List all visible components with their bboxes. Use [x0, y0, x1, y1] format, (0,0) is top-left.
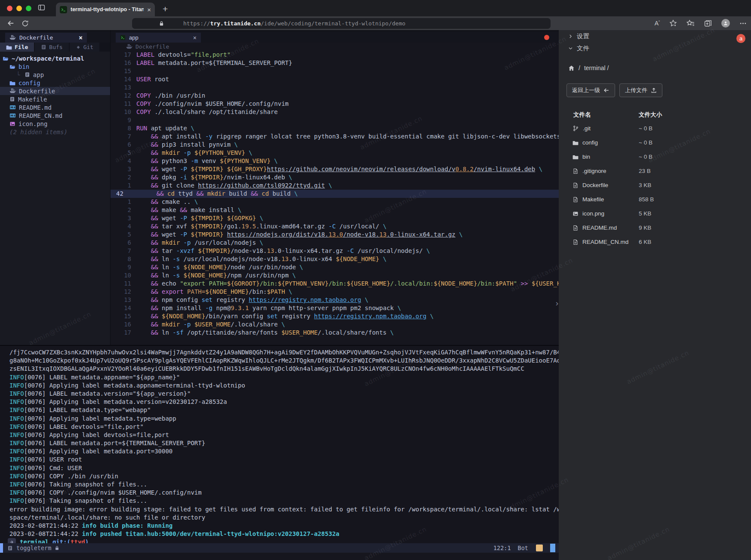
add-favorite-icon[interactable] — [669, 19, 677, 27]
refresh-icon[interactable] — [22, 20, 29, 27]
breadcrumb-path[interactable]: terminal / — [584, 65, 609, 71]
buffer-tab-dockerfile[interactable]: Dockerfile × — [5, 33, 87, 43]
account-badge[interactable]: a — [736, 34, 745, 43]
code-line[interactable]: 13 && npm config set registry https://re… — [111, 296, 559, 304]
panel-collapse-chevron-icon[interactable]: › — [556, 299, 558, 307]
file-row-readme-md[interactable]: README.md9 KB — [559, 221, 751, 235]
close-window-button[interactable] — [7, 6, 12, 11]
docker-whale-icon — [9, 34, 16, 41]
code-line[interactable]: 1 && git clone https://github.com/tsl092… — [111, 182, 559, 190]
home-icon[interactable] — [568, 65, 575, 71]
code-line[interactable]: 4 && tar xvf ${TMPDIR}/go1.19.5.linux-am… — [111, 222, 559, 231]
code-line[interactable]: 17LABEL devtools="file,port" — [111, 51, 559, 59]
sidebar-tab-file[interactable]: File — [0, 43, 34, 52]
line-number: 4 — [111, 157, 136, 165]
code-line[interactable]: 5 && wget -P ${TMPDIR} https://nodejs.or… — [111, 231, 559, 239]
collections-icon[interactable] — [704, 19, 712, 27]
tree-item-bin[interactable]: bin — [0, 62, 110, 71]
code-line[interactable]: 15 — [111, 67, 559, 75]
buffer-tab-app[interactable]: app × — [116, 33, 201, 43]
code-line[interactable]: 10 && ln -s ${NODE_HOME}/npm /usr/bin/np… — [111, 271, 559, 280]
file-row-bin[interactable]: bin~ 0 B — [559, 150, 751, 164]
code-line[interactable]: 15 && ${NODE_HOME}/bin/yarn config set r… — [111, 312, 559, 320]
url-scheme: https:// — [183, 20, 210, 27]
code-line[interactable]: 2 && make && make install \ — [111, 206, 559, 214]
reader-text-size-icon[interactable]: A” — [655, 20, 660, 27]
code-line[interactable]: 16 && mkdir -p $USER_HOME/.local/share \ — [111, 320, 559, 329]
back-icon[interactable] — [7, 19, 15, 27]
more-options-icon[interactable] — [739, 20, 747, 27]
sidebar-tab-git[interactable]: Git — [70, 43, 99, 52]
code-line[interactable]: 13 — [111, 83, 559, 92]
code-text: && mkdir -p $USER_HOME/.local/share \ — [136, 320, 559, 329]
code-line[interactable]: 8 && ln -s /usr/local/nodejs/node-v18.13… — [111, 255, 559, 263]
browser-tab[interactable]: terminal-ttyd-wlotnipo - Titanl × — [56, 3, 155, 16]
tree-item--2-hidden-items-[interactable]: (2 hidden items) — [0, 128, 110, 136]
new-tab-button[interactable]: + — [163, 4, 168, 14]
code-line[interactable]: 6 && mkdir -p /usr/local/nodejs \ — [111, 239, 559, 247]
tree-item-config[interactable]: config — [0, 79, 110, 87]
file-name: README.md — [582, 225, 617, 231]
buffer-tab-close-icon[interactable]: × — [79, 34, 83, 42]
address-bar[interactable]: https://try.titanide.cn/ide/web/coding/t… — [132, 18, 551, 29]
tree-item-dockerfile[interactable]: Dockerfile — [0, 87, 110, 95]
file-row-readme-cn-md[interactable]: README_CN.md6 KB — [559, 235, 751, 249]
code-line[interactable]: 12COPY ./bin /usr/bin — [111, 92, 559, 100]
buffer-tab-close-icon[interactable]: × — [193, 34, 197, 41]
code-line[interactable]: 17 && ln -sf /opt/titanide/share/fonts $… — [111, 329, 559, 337]
code-line[interactable]: 6 && pip3 install pynvim \ — [111, 141, 559, 149]
profile-avatar[interactable] — [721, 19, 730, 28]
code-line[interactable]: 11COPY ./config/nvim $USER_HOME/.config/… — [111, 100, 559, 108]
file-row-dockerfile[interactable]: Dockerfile3 KB — [559, 178, 751, 192]
settings-section-header[interactable]: 设置 — [559, 30, 751, 42]
code-line[interactable]: 10COPY ./.local/share /opt/titanide/shar… — [111, 108, 559, 116]
file-row-icon-png[interactable]: icon.png5 KB — [559, 206, 751, 221]
code-line[interactable]: 8RUN apt update \ — [111, 124, 559, 132]
code-line[interactable]: 12 && export PATH=${NODE_HOME}/bin:$PATH… — [111, 288, 559, 296]
code-line[interactable]: 4 && python3 -m venv ${PYTHON_VENV} \ — [111, 157, 559, 165]
code-line[interactable]: 14 && npm install -g npm@9.3.1 yarn cnpm… — [111, 304, 559, 312]
code-line[interactable]: 9 && ln -s ${NODE_HOME}/node /usr/bin/no… — [111, 263, 559, 271]
file-table-header: 文件名 文件大小 — [559, 108, 751, 121]
tree-item-readme-md[interactable]: README.md — [0, 103, 110, 111]
lock-icon[interactable] — [159, 21, 164, 26]
file-row-makefile[interactable]: Makefile858 B — [559, 192, 751, 206]
file-size: ~ 0 B — [639, 154, 653, 160]
code-line[interactable]: 14USER root — [111, 75, 559, 83]
file-row-config[interactable]: config~ 0 B — [559, 135, 751, 150]
tree-item-makefile[interactable]: Makefile — [0, 95, 110, 103]
tree-item-readme-cn-md[interactable]: README_CN.md — [0, 111, 110, 120]
code-line[interactable]: 3 && wget -P ${TMPDIR} ${GOPKG} \ — [111, 214, 559, 222]
maximize-window-button[interactable] — [26, 6, 31, 11]
sidebar-tab-bufs[interactable]: Bufs — [35, 43, 68, 52]
tree-item--workspace-terminal[interactable]: ~/workspace/terminal — [0, 54, 110, 62]
code-line[interactable]: 7 && tar -xvzf ${TMPDIR}/node-v18.13.0-l… — [111, 247, 559, 255]
code-line[interactable]: 3 && wget -P ${TMPDIR} ${GH_PROXY}https:… — [111, 165, 559, 173]
tree-item-icon-png[interactable]: icon.png — [0, 120, 110, 128]
close-session-icon[interactable] — [544, 35, 549, 40]
go-up-button[interactable]: 返回上一级 — [566, 83, 615, 97]
code-line-current[interactable]: 42 && cd ttyd && mkdir build && cd build… — [111, 190, 559, 198]
code-line[interactable]: 7 && apt install -y ripgrep ranger lolca… — [111, 132, 559, 141]
code-line[interactable]: 16LABEL metadata.port=${TERMINAL_SERVER_… — [111, 59, 559, 67]
code-line[interactable]: 11 && echo "export PATH=${GOROOT}/bin:${… — [111, 280, 559, 288]
files-section-header[interactable]: 文件 — [559, 42, 751, 54]
code-lines[interactable]: 17LABEL devtools="file,port"16LABEL meta… — [111, 51, 559, 345]
upload-file-button[interactable]: 上传文件 — [619, 83, 662, 97]
code-line[interactable]: 2 && dpkg -i ${TMPDIR}/nvim-linux64.deb … — [111, 173, 559, 182]
tab-close-icon[interactable]: × — [147, 6, 151, 13]
code-text: && npm config set registry https://regis… — [136, 296, 559, 304]
code-line[interactable]: 1 && cmake .. \ — [111, 198, 559, 206]
terminal-panel[interactable]: /fj7CcwoCW7ZXBc3snKxZNYHpbh7uhwOvx2lsi4W… — [0, 345, 559, 560]
url-text[interactable]: https://try.titanide.cn/ide/web/coding/t… — [183, 20, 406, 27]
window-controls[interactable] — [7, 6, 31, 11]
code-line[interactable]: 5 && mkdir -p ${PYTHON_VENV} \ — [111, 149, 559, 157]
code-line[interactable]: 9 — [111, 116, 559, 124]
favorites-list-icon[interactable] — [686, 19, 695, 28]
tab-overview-icon[interactable] — [38, 4, 45, 11]
minimize-window-button[interactable] — [16, 6, 22, 11]
line-number: 2 — [111, 173, 136, 182]
tree-item-app[interactable]: └ app — [0, 71, 110, 79]
file-row--gitignore[interactable]: .gitignore23 B — [559, 164, 751, 178]
file-row--git[interactable]: .git~ 0 B — [559, 121, 751, 135]
